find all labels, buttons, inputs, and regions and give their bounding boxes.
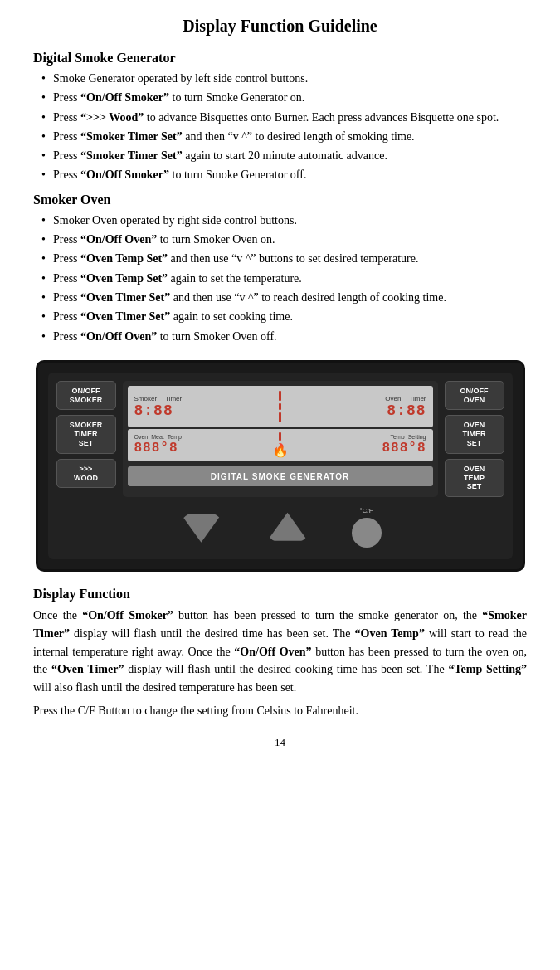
device-diagram: ON/OFFSMOKER SMOKERTIMERSET >>>WOOD Smok… [36,360,525,572]
setting-label: Setting [408,434,426,440]
oven-label: Oven [385,395,401,402]
arrow-down-button[interactable] [179,511,224,544]
oven-timer-set-button[interactable]: OVENTIMERSET [445,415,504,453]
on-off-oven-button[interactable]: ON/OFFOVEN [445,381,504,411]
meat-temp-display: Oven Meat Temp 888°8 [134,434,263,456]
wood-button[interactable]: >>>WOOD [56,459,116,489]
oven-time-value: 8:88 [387,403,426,418]
oven-meat-label: Oven [134,434,149,440]
right-buttons-panel: ON/OFFOVEN OVENTIMERSET OVENTEMPSET [445,381,504,497]
flame-icon: 🔥 [272,442,289,458]
list-item: Press “Oven Temp Set” and then use “v ^”… [41,251,527,267]
smoker-oven-list: Smoker Oven operated by right side contr… [41,212,527,345]
smoker-oven-heading: Smoker Oven [33,193,527,207]
smoker-timer-display: Smoker Timer 8:88 [134,395,274,418]
list-item: Press “On/Off Smoker” to turn Smoke Gene… [41,90,527,106]
oven-timer-display: Oven Timer 8:88 [287,395,426,418]
display-function-para1: Once the “On/Off Smoker” button has been… [33,607,527,696]
list-item: Press “On/Off Smoker” to turn Smoke Gene… [41,167,527,183]
list-item: Press “Oven Timer Set” and then use “v ^… [41,290,527,306]
meat-label: Meat [151,434,164,440]
flame-col: 🔥 [266,432,295,458]
list-item: Press “Smoker Timer Set” again to start … [41,148,527,164]
display-function-para2: Press the C/F Button to change the setti… [33,702,527,720]
display-divider [276,391,284,422]
smoker-timer-set-button[interactable]: SMOKERTIMERSET [56,415,116,453]
list-item: Press “>>> Wood” to advance Bisquettes o… [41,110,527,126]
list-item: Smoker Oven operated by right side contr… [41,212,527,229]
timer-label2: Timer [409,395,426,402]
on-off-smoker-button[interactable]: ON/OFFSMOKER [56,381,116,411]
display-panel: Smoker Timer 8:88 Oven [123,381,438,497]
temp-setting-display: Temp Setting 888°8 [298,434,426,456]
oven-temp-set-button[interactable]: OVENTEMPSET [445,459,504,497]
lower-display: Oven Meat Temp 888°8 🔥 [128,429,433,461]
device-label-bar: DIGITAL SMOKE GENERATOR [128,466,433,486]
cf-button[interactable] [352,518,382,548]
timer-label: Timer [165,395,182,402]
temp-label2: Temp [391,434,405,440]
upper-display: Smoker Timer 8:88 Oven [128,386,433,427]
smoke-generator-list: Smoke Generator operated by left side co… [41,71,527,184]
list-item: Press “Smoker Timer Set” and then “v ^” … [41,129,527,145]
left-buttons-panel: ON/OFFSMOKER SMOKERTIMERSET >>>WOOD [56,381,116,497]
smoker-time-value: 8:88 [134,403,274,418]
page-title: Display Function Guideline [33,17,527,36]
page-number: 14 [33,736,527,749]
list-item: Press “Oven Timer Set” again to set cook… [41,309,527,325]
display-function-heading: Display Function [33,587,527,602]
list-item: Press “On/Off Oven” to turn Smoker Oven … [41,329,527,345]
smoker-label: Smoker [134,395,158,402]
smoke-generator-heading: Digital Smoke Generator [33,51,527,66]
arrow-up-button[interactable] [265,511,310,544]
temp-setting-value: 888°8 [382,441,426,456]
list-item: Smoke Generator operated by left side co… [41,71,527,87]
meat-temp-value: 888°8 [134,441,263,456]
display-function-section: Display Function Once the “On/Off Smoker… [33,587,527,719]
device-label-text: DIGITAL SMOKE GENERATOR [211,472,349,481]
list-item: Press “On/Off Oven” to turn Smoker Oven … [41,232,527,248]
temp-label: Temp [168,434,182,440]
bottom-controls: °C/F [56,504,504,551]
list-item: Press “Oven Temp Set” again to set the t… [41,271,527,287]
cf-label: °C/F [359,507,373,514]
